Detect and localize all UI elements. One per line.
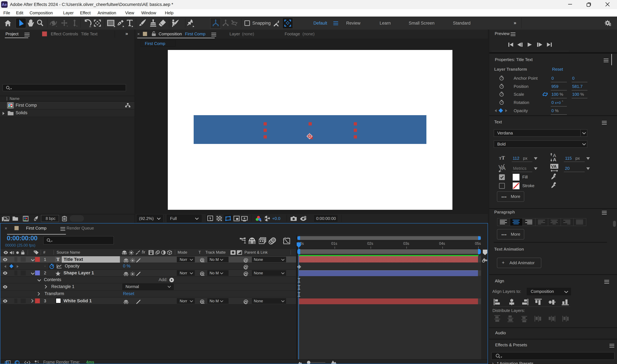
svg-text:V: V [499, 164, 502, 170]
svg-text:A: A [553, 157, 556, 162]
svg-text:A: A [502, 165, 506, 171]
svg-text:VA: VA [551, 164, 557, 169]
